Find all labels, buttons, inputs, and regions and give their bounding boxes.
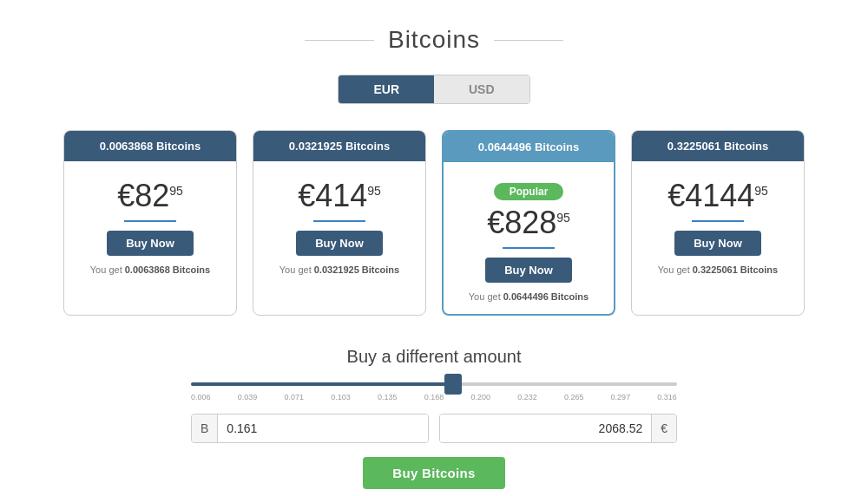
different-amount-title: Buy a different amount: [347, 347, 522, 367]
btc-input[interactable]: [218, 414, 428, 442]
title-line-right: [494, 40, 563, 41]
card-4-divider: [692, 220, 744, 222]
different-amount-section: Buy a different amount 0.006 0.039 0.071…: [191, 347, 677, 489]
buy-bitcoins-button[interactable]: Buy Bitcoins: [363, 457, 504, 489]
card-1-you-get: You get 0.0063868 Bitcoins: [90, 264, 210, 275]
card-1-price: €8295: [117, 180, 183, 212]
card-2: 0.0321925 Bitcoins €41495 Buy Now You ge…: [253, 130, 426, 316]
card-3-header: 0.0644496 Bitcoins: [444, 132, 614, 162]
card-1: 0.0063868 Bitcoins €8295 Buy Now You get…: [63, 130, 237, 316]
card-1-header: 0.0063868 Bitcoins: [64, 131, 236, 161]
slider-wrapper: [191, 382, 677, 386]
eur-input-group: €: [439, 414, 677, 443]
card-3-buy-now-button[interactable]: Buy Now: [485, 258, 572, 283]
usd-button[interactable]: USD: [434, 75, 529, 103]
card-4-buy-now-button[interactable]: Buy Now: [674, 231, 761, 256]
page-title: Bitcoins: [388, 26, 480, 54]
card-3-body: Popular €82895 Buy Now You get 0.0644496…: [444, 162, 614, 314]
card-4-header: 0.3225061 Bitcoins: [632, 131, 804, 161]
card-2-body: €41495 Buy Now You get 0.0321925 Bitcoin…: [253, 161, 425, 287]
input-row: B €: [191, 414, 677, 443]
title-line-left: [305, 40, 374, 41]
popular-badge: Popular: [494, 183, 564, 200]
card-4-body: €414495 Buy Now You get 0.3225061 Bitcoi…: [632, 161, 804, 287]
cards-row: 0.0063868 Bitcoins €8295 Buy Now You get…: [63, 130, 805, 316]
btc-input-group: B: [191, 414, 429, 443]
card-2-divider: [313, 220, 365, 222]
eur-suffix: €: [651, 414, 676, 442]
page-title-wrapper: Bitcoins: [305, 26, 563, 54]
card-2-header: 0.0321925 Bitcoins: [253, 131, 425, 161]
card-4: 0.3225061 Bitcoins €414495 Buy Now You g…: [631, 130, 805, 316]
btc-prefix: B: [192, 414, 218, 442]
eur-input[interactable]: [440, 414, 651, 442]
card-3: 0.0644496 Bitcoins Popular €82895 Buy No…: [442, 130, 615, 316]
card-4-you-get: You get 0.3225061 Bitcoins: [658, 264, 778, 275]
card-1-body: €8295 Buy Now You get 0.0063868 Bitcoins: [64, 161, 236, 287]
eur-button[interactable]: EUR: [339, 75, 434, 103]
currency-toggle: EUR USD: [338, 75, 529, 104]
card-3-divider: [503, 247, 555, 249]
card-3-you-get: You get 0.0644496 Bitcoins: [469, 291, 589, 302]
card-2-price: €41495: [298, 180, 381, 212]
card-2-buy-now-button[interactable]: Buy Now: [296, 231, 383, 256]
card-3-price: €82895: [487, 207, 570, 238]
card-1-divider: [124, 220, 176, 222]
card-4-price: €414495: [667, 180, 768, 212]
card-2-you-get: You get 0.0321925 Bitcoins: [279, 264, 399, 275]
card-1-buy-now-button[interactable]: Buy Now: [107, 231, 194, 256]
